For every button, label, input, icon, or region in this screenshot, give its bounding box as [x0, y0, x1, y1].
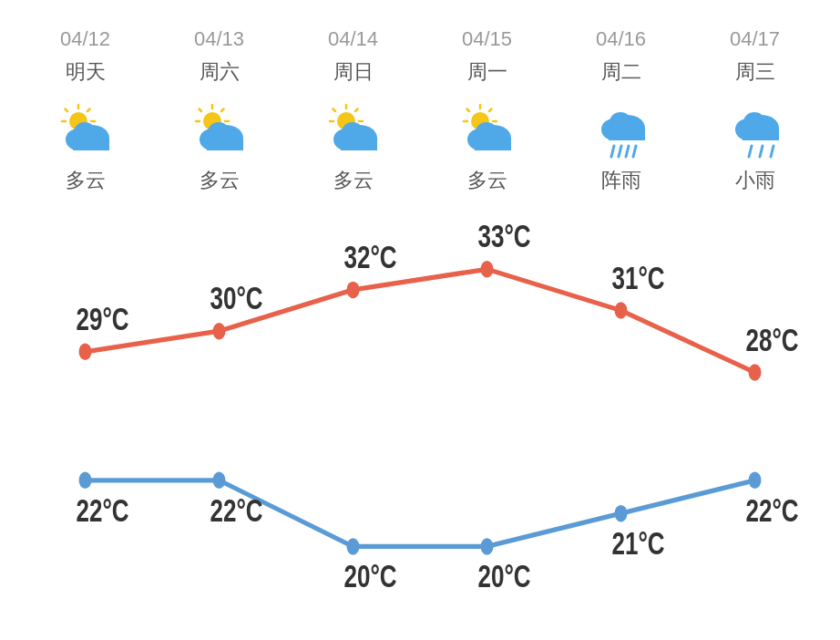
date-col-0: 04/12 [18, 27, 152, 51]
day-col-4: 周二 [554, 58, 688, 86]
date-col-5: 04/17 [688, 27, 822, 51]
svg-rect-10 [73, 138, 109, 150]
day-text-5: 周三 [735, 58, 775, 86]
desc-col-0: 多云 [18, 167, 152, 194]
svg-line-57 [760, 146, 763, 157]
day-text-0: 明天 [66, 58, 106, 86]
desc-text-4: 阵雨 [601, 167, 641, 194]
low-label-2: 20°C [344, 559, 397, 594]
date-text-0: 04/12 [60, 27, 110, 51]
svg-line-58 [771, 146, 773, 157]
day-text-2: 周日 [333, 58, 374, 86]
svg-line-16 [199, 108, 201, 111]
day-col-2: 周日 [286, 58, 420, 86]
desc-text-3: 多云 [467, 167, 507, 194]
dates-row: 04/1204/1304/1404/1504/1604/17 [18, 27, 822, 51]
icon-col-2 [286, 103, 420, 158]
low-dot-3 [481, 538, 494, 554]
day-col-0: 明天 [18, 58, 152, 86]
low-label-3: 20°C [478, 559, 531, 594]
svg-line-50 [626, 146, 629, 157]
low-dot-5 [749, 472, 762, 489]
icons-row [18, 100, 822, 160]
high-dot-4 [615, 302, 628, 318]
desc-col-4: 阵雨 [554, 167, 688, 194]
icon-col-0 [18, 103, 152, 158]
svg-rect-47 [609, 128, 645, 140]
desc-col-2: 多云 [286, 167, 420, 194]
low-dot-1 [213, 472, 226, 489]
svg-rect-43 [475, 138, 511, 150]
desc-col-3: 多云 [420, 167, 554, 194]
svg-rect-21 [207, 138, 243, 150]
date-col-3: 04/15 [420, 27, 554, 51]
date-text-2: 04/14 [328, 27, 378, 51]
svg-line-49 [619, 146, 621, 157]
high-label-0: 29°C [77, 301, 129, 335]
svg-line-2 [87, 108, 90, 111]
high-dot-5 [749, 364, 762, 380]
svg-line-56 [749, 146, 752, 157]
svg-rect-55 [743, 128, 779, 140]
desc-col-1: 多云 [152, 167, 286, 194]
icon-col-5 [688, 100, 822, 160]
svg-line-27 [333, 108, 335, 111]
icon-col-1 [152, 103, 286, 158]
desc-text-0: 多云 [66, 167, 106, 194]
icon-col-3 [420, 103, 554, 158]
desc-text-1: 多云 [200, 167, 240, 194]
svg-rect-32 [341, 138, 377, 150]
weather-container: 04/1204/1304/1404/1504/1604/17 明天周六周日周一周… [0, 0, 840, 640]
chart-area: 29°C22°C30°C22°C32°C20°C33°C20°C31°C21°C… [18, 212, 822, 622]
high-dot-3 [481, 261, 494, 277]
high-label-4: 31°C [612, 260, 665, 294]
day-text-1: 周六 [200, 58, 240, 86]
desc-text-2: 多云 [333, 167, 374, 194]
low-label-5: 22°C [746, 492, 799, 527]
svg-line-35 [489, 108, 492, 111]
desc-col-5: 小雨 [688, 167, 822, 194]
low-label-1: 22°C [210, 492, 263, 527]
low-dot-2 [347, 538, 360, 554]
day-col-5: 周三 [688, 58, 822, 86]
date-text-5: 04/17 [730, 27, 780, 51]
date-col-1: 04/13 [152, 27, 286, 51]
date-col-2: 04/14 [286, 27, 420, 51]
low-label-0: 22°C [77, 492, 129, 527]
svg-line-51 [633, 146, 636, 157]
day-col-3: 周一 [420, 58, 554, 86]
icon-col-4 [554, 100, 688, 160]
high-label-5: 28°C [746, 322, 799, 356]
date-text-3: 04/15 [462, 27, 512, 51]
high-dot-0 [79, 344, 92, 360]
high-label-2: 32°C [344, 240, 397, 274]
low-dot-0 [79, 472, 92, 489]
date-text-1: 04/13 [194, 27, 244, 51]
high-dot-1 [213, 323, 226, 339]
day-text-3: 周一 [467, 58, 507, 86]
low-label-4: 21°C [612, 525, 665, 560]
high-label-3: 33°C [478, 219, 531, 253]
desc-text-5: 小雨 [735, 167, 775, 194]
days-row: 明天周六周日周一周二周三 [18, 58, 822, 86]
svg-line-38 [466, 108, 469, 111]
day-text-4: 周二 [601, 58, 641, 86]
svg-line-48 [611, 146, 614, 157]
high-dot-2 [347, 282, 360, 298]
desc-row: 多云多云多云多云阵雨小雨 [18, 167, 822, 194]
date-text-4: 04/16 [596, 27, 646, 51]
low-dot-4 [615, 505, 628, 521]
svg-line-24 [355, 108, 358, 111]
day-col-1: 周六 [152, 58, 286, 86]
date-col-4: 04/16 [554, 27, 688, 51]
svg-line-13 [221, 108, 224, 111]
high-label-1: 30°C [210, 281, 263, 315]
svg-line-5 [65, 108, 67, 111]
